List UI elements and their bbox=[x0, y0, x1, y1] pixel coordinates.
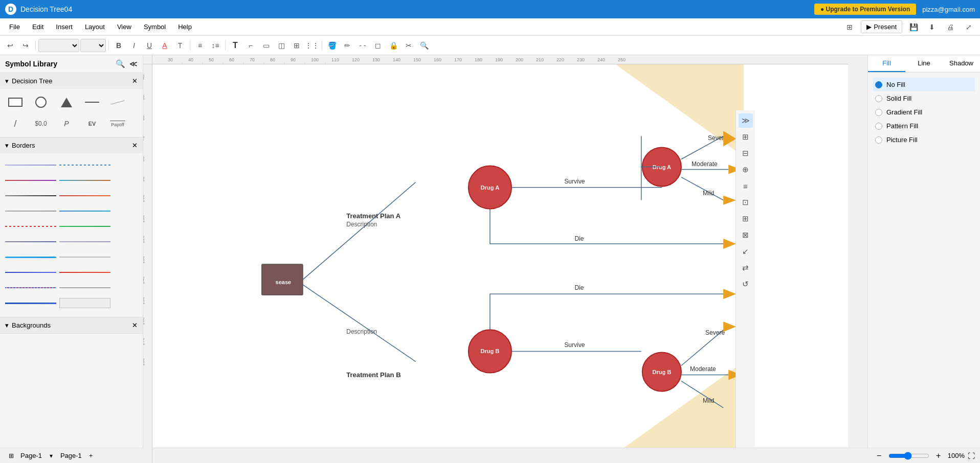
underline-button[interactable]: U bbox=[142, 38, 157, 53]
ev-symbol[interactable]: EV bbox=[81, 114, 103, 133]
font-color-button[interactable]: A bbox=[158, 38, 172, 53]
layout-button[interactable]: ⋮⋮ bbox=[305, 38, 319, 53]
border-item[interactable] bbox=[59, 206, 110, 216]
border-item[interactable] bbox=[59, 160, 110, 170]
border-item[interactable] bbox=[59, 175, 110, 186]
no-fill-option[interactable]: No Fill bbox=[873, 78, 975, 91]
present-button[interactable]: ▶ Present bbox=[861, 20, 902, 33]
undo-button[interactable]: ↩ bbox=[3, 38, 17, 53]
shadow-tab[interactable]: Shadow bbox=[943, 55, 980, 72]
org-icon[interactable]: ⊞ bbox=[739, 212, 753, 226]
upgrade-button[interactable]: ● Upgrade to Premium Version bbox=[814, 4, 916, 15]
font-size-select[interactable] bbox=[80, 39, 106, 52]
download-icon[interactable]: ⬇ bbox=[925, 20, 939, 34]
expand-icon[interactable]: ≫ bbox=[739, 113, 753, 128]
print-icon[interactable]: 🖨 bbox=[943, 20, 957, 34]
shadow-button[interactable]: ◻ bbox=[371, 38, 385, 53]
arrow-icon[interactable]: ↙ bbox=[739, 244, 753, 259]
menu-symbol[interactable]: Symbol bbox=[139, 21, 171, 33]
zoom-out-button[interactable]: − bbox=[873, 451, 885, 461]
menu-file[interactable]: File bbox=[4, 21, 25, 33]
circle-symbol[interactable] bbox=[30, 93, 52, 111]
menu-view[interactable]: View bbox=[112, 21, 137, 33]
backgrounds-close-icon[interactable]: ✕ bbox=[132, 321, 138, 329]
line1-symbol[interactable] bbox=[81, 93, 103, 111]
borders-close-icon[interactable]: ✕ bbox=[132, 142, 138, 149]
shuffle-icon[interactable]: ⇄ bbox=[739, 261, 753, 275]
zoom-slider[interactable] bbox=[888, 452, 929, 460]
line-spacing-button[interactable]: ↕≡ bbox=[208, 38, 222, 53]
align-button[interactable]: ⊞ bbox=[289, 38, 304, 53]
text-style-button[interactable]: T bbox=[173, 38, 187, 53]
border-item[interactable] bbox=[5, 237, 56, 247]
border-item[interactable] bbox=[5, 267, 56, 277]
slash-symbol[interactable]: / bbox=[4, 114, 27, 133]
line-style-button[interactable]: - - bbox=[355, 38, 370, 53]
screen-icon[interactable]: ⊞ bbox=[842, 20, 857, 34]
border-item[interactable] bbox=[5, 298, 56, 308]
shape-button[interactable]: ◫ bbox=[274, 38, 288, 53]
cut-button[interactable]: ✂ bbox=[402, 38, 416, 53]
add-page-button[interactable]: + bbox=[85, 451, 97, 461]
fullscreen-button[interactable]: ⛶ bbox=[968, 452, 975, 460]
border-item[interactable] bbox=[5, 221, 56, 231]
menu-insert[interactable]: Insert bbox=[51, 21, 78, 33]
history-icon[interactable]: ↺ bbox=[739, 277, 753, 291]
line-tab[interactable]: Line bbox=[905, 55, 943, 72]
border-item[interactable] bbox=[5, 175, 56, 186]
grid-icon[interactable]: ⊟ bbox=[739, 146, 753, 160]
gradient-fill-option[interactable]: Gradient Fill bbox=[873, 105, 975, 119]
redo-button[interactable]: ↪ bbox=[18, 38, 33, 53]
close-icon[interactable]: ✕ bbox=[132, 77, 138, 85]
line2-symbol[interactable] bbox=[106, 93, 129, 111]
merge-icon[interactable]: ⊠ bbox=[739, 228, 753, 242]
align-left-button[interactable]: ≡ bbox=[193, 38, 207, 53]
format-icon[interactable]: ⊞ bbox=[739, 130, 753, 144]
rect-shape-button[interactable]: ▭ bbox=[259, 38, 273, 53]
border-item[interactable] bbox=[5, 160, 56, 170]
triangle-symbol[interactable] bbox=[55, 93, 78, 111]
fill-tab[interactable]: Fill bbox=[868, 55, 905, 72]
border-item[interactable] bbox=[5, 252, 56, 262]
font-family-select[interactable] bbox=[38, 39, 79, 52]
border-item[interactable] bbox=[59, 298, 110, 308]
picture-fill-option[interactable]: Picture Fill bbox=[873, 133, 975, 147]
line-color-button[interactable]: ✏ bbox=[340, 38, 354, 53]
border-item[interactable] bbox=[59, 267, 110, 277]
share-icon[interactable]: ⤢ bbox=[962, 20, 976, 34]
page-layout-icon[interactable]: ⊞ bbox=[5, 451, 17, 461]
zoom-in-button[interactable]: + bbox=[932, 451, 945, 461]
border-item[interactable] bbox=[59, 191, 110, 201]
search-button[interactable]: 🔍 bbox=[417, 38, 431, 53]
border-item[interactable] bbox=[5, 283, 56, 293]
borders-header[interactable]: ▾ Borders ✕ bbox=[0, 137, 143, 153]
decision-tree-header[interactable]: ▾ Decision Tree ✕ bbox=[0, 73, 143, 89]
dollar-symbol[interactable]: $0.0 bbox=[30, 114, 52, 133]
menu-edit[interactable]: Edit bbox=[27, 21, 49, 33]
menu-layout[interactable]: Layout bbox=[80, 21, 110, 33]
bold-button[interactable]: B bbox=[112, 38, 126, 53]
pattern-fill-option[interactable]: Pattern Fill bbox=[873, 119, 975, 133]
border-item[interactable] bbox=[5, 206, 56, 216]
connector-button[interactable]: ⌐ bbox=[243, 38, 258, 53]
border-item[interactable] bbox=[59, 237, 110, 247]
collapse-icon[interactable]: ≪ bbox=[129, 59, 138, 68]
menu-help[interactable]: Help bbox=[173, 21, 197, 33]
payoff-symbol[interactable]: Payoff bbox=[106, 114, 129, 133]
solid-fill-option[interactable]: Solid Fill bbox=[873, 91, 975, 105]
border-item[interactable] bbox=[5, 191, 56, 201]
layers-icon[interactable]: ⊕ bbox=[739, 163, 753, 177]
rect-symbol[interactable] bbox=[4, 93, 27, 111]
border-item[interactable] bbox=[59, 252, 110, 262]
save-icon[interactable]: 💾 bbox=[906, 20, 921, 34]
border-item[interactable] bbox=[59, 221, 110, 231]
text-box-button[interactable]: T bbox=[228, 38, 242, 53]
border-item[interactable] bbox=[59, 283, 110, 293]
backgrounds-header[interactable]: ▾ Backgrounds ✕ bbox=[0, 317, 143, 333]
page-dropdown[interactable]: ▾ bbox=[45, 451, 57, 461]
lock-button[interactable]: 🔒 bbox=[386, 38, 400, 53]
image-icon[interactable]: ⊡ bbox=[739, 195, 753, 210]
p-symbol[interactable]: P bbox=[55, 114, 78, 133]
search-icon[interactable]: 🔍 bbox=[116, 59, 125, 68]
italic-button[interactable]: I bbox=[127, 38, 141, 53]
